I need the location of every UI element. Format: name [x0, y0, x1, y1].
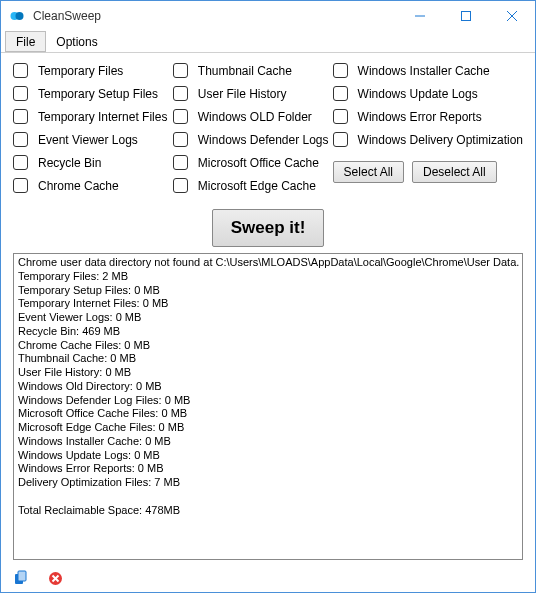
app-icon: [9, 8, 25, 24]
checkbox[interactable]: [13, 132, 28, 147]
checkbox[interactable]: [173, 86, 188, 101]
checkbox-row[interactable]: User File History: [173, 86, 329, 101]
cancel-icon[interactable]: [47, 570, 63, 586]
checkbox-row[interactable]: Windows Installer Cache: [333, 63, 523, 78]
checkbox-label: Temporary Files: [38, 64, 123, 78]
checkbox-row[interactable]: Temporary Files: [13, 63, 169, 78]
checkbox-grid: Temporary FilesTemporary Setup FilesTemp…: [13, 63, 523, 201]
checkbox-row[interactable]: Recycle Bin: [13, 155, 169, 170]
checkbox-label: Temporary Setup Files: [38, 87, 158, 101]
checkbox-row[interactable]: Event Viewer Logs: [13, 132, 169, 147]
checkbox-row[interactable]: Temporary Setup Files: [13, 86, 169, 101]
minimize-button[interactable]: [397, 1, 443, 31]
checkbox-row[interactable]: Temporary Internet Files: [13, 109, 169, 124]
window-title: CleanSweep: [33, 9, 397, 23]
checkbox[interactable]: [13, 63, 28, 78]
checkbox-label: Windows Installer Cache: [358, 64, 490, 78]
menu-options[interactable]: Options: [46, 31, 107, 52]
checkbox[interactable]: [333, 63, 348, 78]
svg-point-1: [16, 12, 24, 20]
checkbox[interactable]: [333, 86, 348, 101]
sweep-button[interactable]: Sweep it!: [212, 209, 325, 247]
checkbox-label: Windows Error Reports: [358, 110, 482, 124]
svg-rect-7: [18, 571, 26, 581]
checkbox[interactable]: [13, 86, 28, 101]
status-bar: [1, 564, 535, 592]
checkbox-label: Microsoft Office Cache: [198, 156, 319, 170]
checkbox-label: User File History: [198, 87, 287, 101]
checkbox[interactable]: [173, 155, 188, 170]
maximize-button[interactable]: [443, 1, 489, 31]
copy-icon[interactable]: [13, 570, 29, 586]
menu-bar: File Options: [1, 31, 535, 53]
checkbox-label: Windows OLD Folder: [198, 110, 312, 124]
checkbox-col-3: Windows Installer CacheWindows Update Lo…: [333, 63, 523, 201]
checkbox-row[interactable]: Windows Defender Logs: [173, 132, 329, 147]
checkbox[interactable]: [173, 178, 188, 193]
svg-rect-3: [462, 12, 471, 21]
checkbox-row[interactable]: Chrome Cache: [13, 178, 169, 193]
checkbox-row[interactable]: Microsoft Edge Cache: [173, 178, 329, 193]
checkbox-label: Windows Update Logs: [358, 87, 478, 101]
checkbox[interactable]: [13, 109, 28, 124]
checkbox-label: Thumbnail Cache: [198, 64, 292, 78]
checkbox[interactable]: [173, 132, 188, 147]
checkbox-row[interactable]: Windows Error Reports: [333, 109, 523, 124]
checkbox-row[interactable]: Thumbnail Cache: [173, 63, 329, 78]
checkbox[interactable]: [333, 132, 348, 147]
window-controls: [397, 1, 535, 31]
checkbox-label: Recycle Bin: [38, 156, 101, 170]
checkbox-label: Windows Defender Logs: [198, 133, 329, 147]
checkbox-label: Chrome Cache: [38, 179, 119, 193]
checkbox[interactable]: [333, 109, 348, 124]
checkbox[interactable]: [13, 155, 28, 170]
content-area: Temporary FilesTemporary Setup FilesTemp…: [1, 53, 535, 564]
checkbox-label: Temporary Internet Files: [38, 110, 167, 124]
checkbox-row[interactable]: Windows OLD Folder: [173, 109, 329, 124]
menu-file[interactable]: File: [5, 31, 46, 52]
checkbox-label: Windows Delivery Optimization: [358, 133, 523, 147]
checkbox-label: Microsoft Edge Cache: [198, 179, 316, 193]
checkbox-col-1: Temporary FilesTemporary Setup FilesTemp…: [13, 63, 169, 201]
checkbox[interactable]: [173, 63, 188, 78]
selection-buttons: Select All Deselect All: [333, 161, 523, 183]
checkbox-row[interactable]: Windows Delivery Optimization: [333, 132, 523, 147]
checkbox[interactable]: [173, 109, 188, 124]
checkbox-row[interactable]: Windows Update Logs: [333, 86, 523, 101]
deselect-all-button[interactable]: Deselect All: [412, 161, 497, 183]
title-bar: CleanSweep: [1, 1, 535, 31]
checkbox[interactable]: [13, 178, 28, 193]
checkbox-row[interactable]: Microsoft Office Cache: [173, 155, 329, 170]
output-log[interactable]: Chrome user data directory not found at …: [13, 253, 523, 560]
close-button[interactable]: [489, 1, 535, 31]
checkbox-col-2: Thumbnail CacheUser File HistoryWindows …: [173, 63, 329, 201]
checkbox-label: Event Viewer Logs: [38, 133, 138, 147]
select-all-button[interactable]: Select All: [333, 161, 404, 183]
